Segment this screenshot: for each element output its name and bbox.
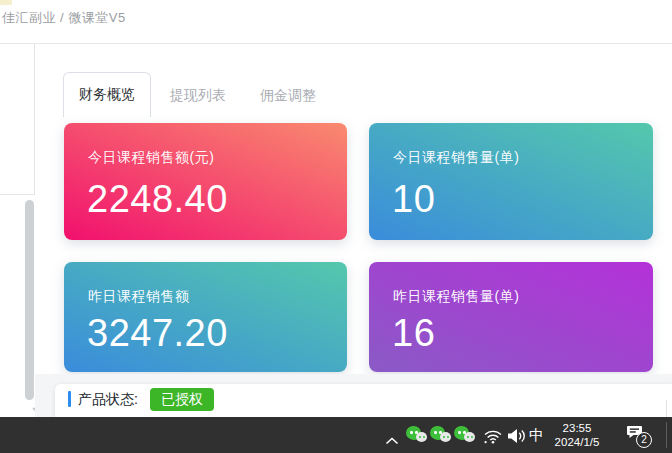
taskbar-time: 23:55 — [545, 421, 609, 435]
card-value: 3247.20 — [87, 312, 228, 355]
card-value: 16 — [392, 312, 435, 355]
breadcrumb-item-page[interactable]: 微课堂V5 — [68, 10, 125, 25]
ime-indicator[interactable]: 中 — [529, 426, 544, 444]
volume-icon[interactable] — [507, 428, 527, 448]
card-today-sales-count: 今日课程销售量(单) 10 — [369, 123, 653, 240]
notification-count-badge: 2 — [636, 432, 652, 448]
card-today-sales-amount: 今日课程销售额(元) 2248.40 — [64, 123, 347, 240]
wechat-small-bubble — [464, 432, 475, 442]
card-value: 10 — [392, 178, 435, 221]
card-label: 昨日课程销售额 — [88, 288, 190, 306]
card-value: 2248.40 — [87, 178, 228, 221]
breadcrumb-separator: / — [56, 10, 68, 25]
left-pane-bottom-border — [0, 194, 35, 195]
top-breadcrumb-bar: 佳汇副业 / 微课堂V5 — [0, 0, 672, 43]
header-divider — [0, 43, 672, 44]
authorized-badge: 已授权 — [150, 388, 214, 411]
corner-fragment — [0, 0, 12, 5]
windows-taskbar: 中 23:55 2024/1/5 2 — [0, 417, 672, 453]
left-scrollbar-thumb[interactable] — [25, 200, 34, 400]
left-pane-border — [34, 44, 35, 194]
breadcrumb: 佳汇副业 / 微课堂V5 — [2, 9, 126, 27]
card-yesterday-sales-amount: 昨日课程销售额 3247.20 — [64, 262, 347, 372]
card-label: 今日课程销售额(元) — [88, 149, 214, 167]
card-yesterday-sales-count: 昨日课程销售量(单) 16 — [369, 262, 653, 372]
product-status-panel: 产品状态: 已授权 — [55, 384, 672, 417]
tab-finance-overview[interactable]: 财务概览 — [63, 72, 151, 117]
breadcrumb-item-app[interactable]: 佳汇副业 — [2, 10, 56, 25]
tray-chevron-up-icon[interactable] — [385, 431, 399, 449]
status-accent-bar — [68, 391, 71, 407]
product-status-label: 产品状态: — [78, 391, 138, 409]
wechat-icon[interactable] — [454, 426, 480, 445]
bottom-right-scrollbar — [666, 400, 667, 417]
action-center-icon[interactable]: 2 — [626, 425, 652, 447]
wechat-small-bubble — [416, 432, 427, 442]
taskbar-divider — [666, 422, 667, 448]
taskbar-date: 2024/1/5 — [545, 435, 609, 449]
wechat-small-bubble — [440, 432, 451, 442]
wechat-icon[interactable] — [406, 426, 432, 445]
card-label: 今日课程销售量(单) — [393, 149, 519, 167]
screen: 佳汇副业 / 微课堂V5 财务概览 提现列表 佣金调整 今日课程销售额(元) 2… — [0, 0, 672, 453]
card-label: 昨日课程销售量(单) — [393, 288, 519, 306]
wechat-icon[interactable] — [430, 426, 456, 445]
tab-commission-adjust[interactable]: 佣金调整 — [260, 87, 316, 105]
taskbar-clock[interactable]: 23:55 2024/1/5 — [545, 421, 609, 449]
tab-withdrawal-list[interactable]: 提现列表 — [170, 87, 226, 105]
wifi-icon[interactable] — [483, 429, 503, 448]
